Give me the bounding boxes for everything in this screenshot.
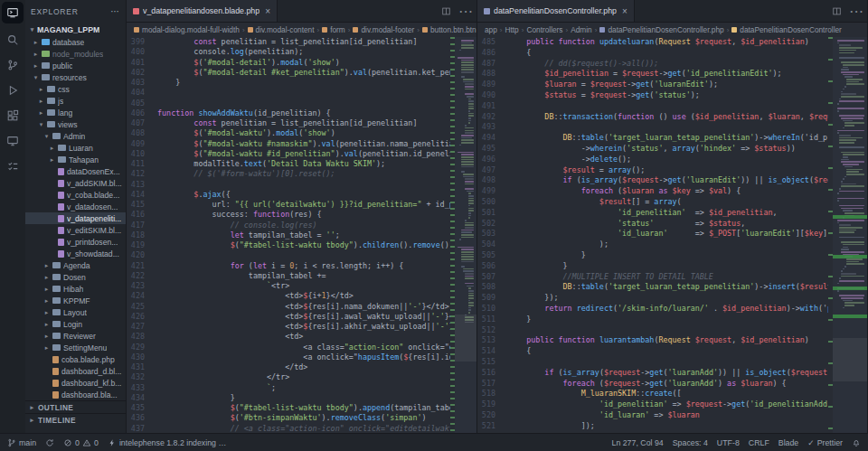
breadcrumb-item[interactable]: div.modal-content <box>248 25 315 34</box>
language-mode[interactable]: Blade <box>778 438 799 447</box>
timeline-section[interactable]: ▸ TIMELINE <box>25 413 126 426</box>
code-line[interactable] <box>508 325 828 336</box>
tree-folder-dosen[interactable]: ▸Dosen <box>25 271 126 283</box>
intelephense-status[interactable]: intelephense 1.8.2 indexing … <box>108 438 226 447</box>
minimap-slider[interactable] <box>455 315 476 362</box>
code-line[interactable]: for (let i = 0; i < res.length; i++) { <box>157 261 450 271</box>
code-line[interactable]: 'id_penelitian' => $request->get('id_pen… <box>508 399 828 410</box>
tree-folder-reviewer[interactable]: ▸Reviewer <box>25 330 126 342</box>
code-line[interactable]: `<tr> <box>157 281 450 291</box>
tree-file-v-coba-blade-[interactable]: v_coba.blade... <box>25 189 126 201</box>
code-line[interactable]: modalTitle.text('Detail Data Waktu SKIM'… <box>157 159 450 169</box>
code-line[interactable] <box>508 122 828 133</box>
code-area[interactable]: const penelitian = list_penelitian[id_pe… <box>150 37 450 433</box>
tree-file-v-datapeneliti-[interactable]: v_datapeneliti... <box>25 212 126 224</box>
tree-folder-agenda[interactable]: ▸Agenda <box>25 259 126 271</box>
minimap[interactable] <box>455 37 476 433</box>
tree-file-v-showdatad-[interactable]: v_showdatad... <box>25 248 126 259</box>
tree-file-coba-blade-php[interactable]: coba.blade.php <box>25 353 126 365</box>
code-line[interactable] <box>157 88 450 98</box>
tree-folder-kppmf[interactable]: ▸KPPMF <box>25 295 126 306</box>
code-line[interactable]: $luaran = $request->get('luaranEdit'); <box>508 80 828 90</box>
code-line[interactable] <box>157 99 450 108</box>
code-line[interactable]: { <box>508 346 828 357</box>
tree-file-dashboard-bla-[interactable]: dashboard.bla... <box>25 389 126 400</box>
breadcrumb-item[interactable]: div.modal-footer <box>353 25 414 34</box>
tree-folder-login[interactable]: ▸Login <box>25 318 126 330</box>
code-line[interactable]: ]); <box>508 421 828 432</box>
code-line[interactable]: success: function(res) { <box>157 210 450 220</box>
code-line[interactable]: let tampilan_tabel = ''; <box>157 230 450 240</box>
code-line[interactable]: const penelitian = list_penelitian[id_pe… <box>157 37 450 47</box>
breadcrumb-item[interactable]: Admin <box>571 25 592 34</box>
problems-status[interactable]: 0 0 <box>63 438 99 447</box>
tree-folder-hibah[interactable]: ▸Hibah <box>25 283 126 295</box>
code-line[interactable]: </td> <box>157 362 450 372</box>
code-line[interactable]: 'id_luaran' => $_POST['luaranEdit'][$key… <box>508 229 828 240</box>
code-line[interactable]: } <box>157 393 450 403</box>
code-line[interactable]: $("#tabel-list-waktu tbody").children().… <box>157 240 450 250</box>
minimap[interactable] <box>833 37 867 433</box>
code-line[interactable]: tampilan_tabel += <box>157 271 450 281</box>
app-logo-icon[interactable] <box>2 2 24 23</box>
tree-folder-database[interactable]: ▸database <box>25 36 126 48</box>
code-line[interactable]: }); <box>508 293 828 304</box>
code-line[interactable] <box>157 250 450 260</box>
code-line[interactable]: <td>${res[i].awal_waktu_upload||'-'}</td… <box>157 312 450 322</box>
code-line[interactable]: $status = $request->get('status'); <box>508 90 828 101</box>
code-line[interactable]: $.ajax({ <box>157 190 450 200</box>
editor-more-actions-icon[interactable]: ⋯ <box>845 0 867 22</box>
code-line[interactable]: <a onclick="hapusItem(${res[i].id_waktu_… <box>157 352 450 362</box>
code-line[interactable]: </tr> <box>157 372 450 382</box>
code-line[interactable]: if (is_array($request->get('luaranEdit')… <box>508 175 828 186</box>
code-line[interactable]: $("#modal-waktu #id_penelitian").val(pen… <box>157 149 450 159</box>
breadcrumb-item[interactable]: button.btn.btn... <box>422 25 476 34</box>
code-line[interactable]: const penelitian = list_penelitian[id_pe… <box>157 118 450 128</box>
code-line[interactable]: if (is_array($request->get('luaranAdd'))… <box>508 368 828 379</box>
editor-more-actions-icon[interactable]: ⋯ <box>455 0 476 22</box>
tree-folder-settingmenu[interactable]: ▸SettingMenu <box>25 342 126 353</box>
file-encoding[interactable]: UTF-8 <box>717 438 740 447</box>
indentation-setting[interactable]: Spaces: 4 <box>673 438 708 447</box>
tree-folder-luaran[interactable]: ▸Luaran <box>25 142 126 154</box>
code-line[interactable]: // <a class="action-icon" onclick="editd… <box>157 424 450 434</box>
extensions-icon[interactable] <box>2 105 24 127</box>
code-line[interactable]: $("#tabel-list-waktu tbody").append(tamp… <box>157 403 450 413</box>
code-line[interactable]: <td>${i+1}</td> <box>157 291 450 301</box>
code-line[interactable]: foreach ($request->get('luaranAdd') as $… <box>508 379 828 390</box>
code-line[interactable]: } <box>157 78 450 88</box>
breadcrumb-item[interactable]: Controllers <box>526 25 562 34</box>
tree-folder-css[interactable]: ▸css <box>25 83 126 95</box>
code-line[interactable]: foreach ($luaran as $key => $val) { <box>508 186 828 197</box>
run-debug-icon[interactable] <box>2 80 24 101</box>
checklist-icon[interactable] <box>2 155 24 177</box>
tree-file-v-addskim-bl-[interactable]: v_addSKIM.bl... <box>25 177 126 189</box>
code-line[interactable]: console.log(penelitian); <box>157 47 450 57</box>
code-line[interactable]: } <box>508 315 828 325</box>
code-line[interactable]: DB::table('target_luaran_tetap_penelitia… <box>508 282 828 293</box>
tree-folder-lang[interactable]: ▸lang <box>25 107 126 118</box>
notifications-bell[interactable] <box>852 438 861 447</box>
tab-v-datapenelitiandosen-blade[interactable]: v_datapenelitiandosen.blade.php × <box>127 0 278 22</box>
end-of-line[interactable]: CRLF <box>749 438 769 447</box>
split-editor-icon[interactable] <box>828 0 845 22</box>
code-line[interactable] <box>508 357 828 368</box>
code-line[interactable]: 'id_luaran' => $luaran <box>508 410 828 421</box>
breadcrumb-item[interactable]: dataPenelitianDosenController <box>731 25 842 34</box>
code-line[interactable]: $result[] = array( <box>508 197 828 208</box>
breadcrumb-item[interactable]: dataPenelitianDosenController.php <box>599 25 723 34</box>
search-icon[interactable] <box>2 29 24 51</box>
code-line[interactable]: $result = array(); <box>508 165 828 176</box>
code-line[interactable]: } <box>508 261 828 272</box>
tree-folder-admin[interactable]: ▾Admin <box>25 130 126 142</box>
code-line[interactable]: $("#modal-waktu #namaskim").val(peneliti… <box>157 139 450 149</box>
code-line[interactable]: ->delete(); <box>508 155 828 165</box>
tab-datapenelitiandosencontroller-php[interactable]: dataPenelitianDosenController.php × <box>477 0 635 22</box>
code-line[interactable]: <a class="action-icon" onclick="editdeta… <box>157 343 450 352</box>
close-tab-icon[interactable]: × <box>622 6 627 16</box>
tree-folder-resources[interactable]: ▾resources <box>25 71 126 83</box>
code-line[interactable]: `; <box>157 383 450 393</box>
outline-section[interactable]: ▸ OUTLINE <box>25 400 126 413</box>
code-line[interactable]: $('#btn-simpanWaktu').removeClass('simpa… <box>157 413 450 423</box>
code-line[interactable]: <td>${res[i].akhir_waktu_upload||'-'}</t… <box>157 322 450 332</box>
